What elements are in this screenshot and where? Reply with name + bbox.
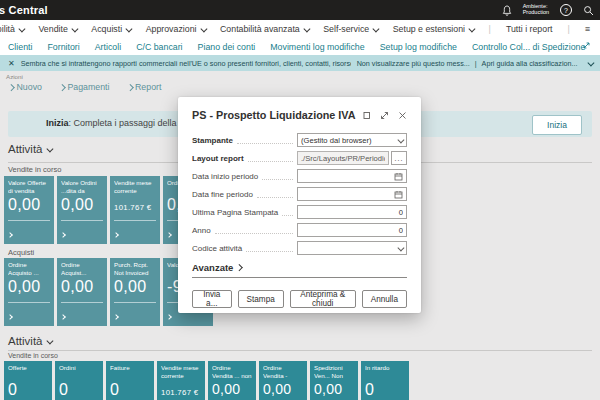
ultima-pagina-input[interactable]: 0 — [297, 205, 407, 219]
chevron-right-icon — [113, 314, 119, 320]
activities-heading[interactable]: Attività — [8, 143, 51, 155]
menu-tutti-i-report[interactable]: Tutti i report — [506, 24, 553, 34]
tile-footer — [8, 220, 50, 241]
sub-navigation: Clienti Fornitori Articoli C/C bancari P… — [0, 38, 600, 55]
anteprima-chiudi-button[interactable]: Anteprima & chiudi — [290, 290, 356, 308]
page: s Central Ambiente: Production ? Contabi… — [0, 0, 600, 400]
notifications-bell-icon[interactable] — [502, 5, 512, 16]
field-data-inizio: Data inizio periodo — [192, 169, 407, 183]
nav-piano-dei-conti[interactable]: Piano dei conti — [198, 42, 256, 52]
action-nuovo[interactable]: Nuovo — [9, 82, 42, 92]
stampa-button[interactable]: Stampa — [238, 290, 284, 308]
tile-footer — [114, 302, 156, 323]
expand-diagonal-icon[interactable] — [582, 41, 591, 50]
chevron-right-icon — [8, 84, 14, 90]
action-pagamenti[interactable]: Pagamenti — [60, 82, 110, 92]
cue-tile[interactable]: In ritardo 0 — [361, 361, 409, 400]
cue-tile[interactable]: Ordine Acquisto ... non fatturato 0,00 — [4, 258, 54, 326]
notification-guide-link[interactable]: Apri guida alla classificazion... — [482, 59, 578, 68]
app-title[interactable]: s Central — [0, 4, 48, 16]
chevron-right-icon — [7, 314, 13, 320]
chevron-down-icon — [373, 25, 379, 31]
cue-tile[interactable]: Valore Ordini ...dita da spedire 0,00 — [57, 176, 107, 244]
menu-self-service[interactable]: Self-service — [323, 24, 377, 34]
dotted-leader — [246, 251, 293, 252]
menu-vendite[interactable]: Vendite — [38, 24, 76, 34]
cue-tile[interactable]: Ordini 0 — [55, 361, 103, 400]
chevron-down-icon — [46, 145, 52, 151]
assist-edit-button[interactable]: ... — [391, 151, 407, 165]
field-data-fine: Data fine periodo — [192, 187, 407, 201]
cue-tile[interactable]: Offerte 0 — [4, 361, 52, 400]
tile-row-bottom: Offerte 0 Ordini 0 Fatture 0 Vendite mes… — [4, 361, 409, 400]
stampante-select[interactable]: (Gestito dal browser) — [297, 133, 407, 147]
dismiss-icon[interactable]: ✕ — [8, 59, 15, 68]
chevron-right-icon — [236, 264, 242, 270]
cue-tile[interactable]: Fatture 0 — [106, 361, 154, 400]
chevron-right-icon — [7, 232, 13, 238]
data-inizio-input[interactable] — [297, 169, 407, 183]
chevron-right-icon — [166, 314, 172, 320]
action-report[interactable]: Report — [128, 82, 162, 92]
invia-a-button[interactable]: Invia a... — [192, 290, 232, 308]
nav-cc-bancari[interactable]: C/C bancari — [136, 42, 182, 52]
chevron-down-icon — [126, 25, 132, 31]
cue-tile[interactable]: Ordine Vendita ... non fatturato 0,00 — [208, 361, 256, 400]
notification-dismiss-link[interactable]: Non visualizzare più questo mess... — [357, 59, 470, 68]
help-icon[interactable]: ? — [560, 4, 572, 16]
menu-setup-estensioni[interactable]: Setup e estensioni — [393, 24, 474, 34]
nav-clienti[interactable]: Clienti — [8, 42, 32, 52]
nav-setup-log[interactable]: Setup log modifiche — [380, 42, 457, 52]
hamburger-icon[interactable]: ≡ — [585, 24, 590, 34]
cue-tile[interactable]: Vendite mese corrente 101.767 € — [157, 361, 205, 400]
resize-icon[interactable] — [380, 111, 389, 120]
inizia-button[interactable]: Inizia — [532, 115, 582, 135]
nav-movimenti-log[interactable]: Movimenti log modifiche — [270, 42, 364, 52]
calendar-icon[interactable] — [394, 190, 403, 199]
section-divider — [8, 350, 592, 351]
calendar-icon[interactable] — [394, 172, 403, 181]
nav-articoli[interactable]: Articoli — [95, 42, 121, 52]
layout-report-input[interactable]: ./Src/Layouts/PR/PeriodicVATLiquidity.rd… — [297, 151, 389, 165]
data-fine-input[interactable] — [297, 187, 407, 201]
cue-tile[interactable]: Ordine Vendita - inevaso 0,00 — [259, 361, 307, 400]
chevron-right-icon — [127, 84, 133, 90]
nav-controllo-spedizione[interactable]: Controllo Col... di Spedizione — [472, 42, 585, 52]
annulla-button[interactable]: Annulla — [362, 290, 407, 308]
cue-tile[interactable]: Spedizioni Ven... Non fatturate 0,00 — [310, 361, 358, 400]
environment-badge[interactable]: Ambiente: Production — [523, 4, 549, 16]
top-app-bar: s Central Ambiente: Production ? — [0, 0, 600, 20]
dotted-leader — [262, 179, 293, 180]
menu-acquisti[interactable]: Acquisti — [91, 24, 130, 34]
chevron-down-icon — [19, 25, 25, 31]
chevron-down-icon — [303, 25, 309, 31]
menu-separator: | — [568, 24, 570, 34]
activities-heading-bottom[interactable]: Attività — [8, 335, 51, 347]
field-anno: Anno 0 — [192, 223, 407, 237]
environment-value: Production — [523, 10, 549, 16]
cue-tile[interactable]: Purch. Rcpt. Not Invoiced 0,00 — [110, 258, 160, 326]
chevron-right-icon — [60, 314, 66, 320]
topbar-actions: Ambiente: Production ? — [502, 0, 594, 20]
link-separator: | — [475, 59, 477, 68]
codice-attivita-select[interactable] — [297, 241, 407, 255]
chevron-down-icon[interactable] — [587, 59, 593, 65]
cue-tile[interactable]: Ordine Acquist... inevaso 0,00 — [57, 258, 107, 326]
chevron-down-icon — [397, 136, 403, 142]
chevron-down-icon — [397, 244, 403, 250]
popout-icon[interactable] — [363, 111, 371, 120]
dotted-leader — [257, 197, 293, 198]
field-ultima-pagina: Ultima Pagina Stampata 0 — [192, 205, 407, 219]
anno-input[interactable]: 0 — [297, 223, 407, 237]
close-icon[interactable] — [398, 111, 407, 120]
search-icon[interactable] — [583, 5, 594, 16]
avanzate-expander[interactable]: Avanzate — [192, 262, 407, 273]
field-stampante: Stampante (Gestito dal browser) — [192, 133, 407, 147]
menu-approvazioni[interactable]: Approvazioni — [146, 24, 205, 34]
nav-fornitori[interactable]: Fornitori — [47, 42, 79, 52]
cue-tile[interactable]: Vendite mese corrente 101.767 € — [110, 176, 160, 244]
menu-contabilita-avanzata[interactable]: Contabilità avanzata — [220, 24, 308, 34]
cue-tile[interactable]: Valore Offerte di vendita 0,00 — [4, 176, 54, 244]
report-request-dialog: PS - Prospetto Liquidazione IVA Stampant… — [178, 97, 421, 313]
menu-contabilita[interactable]: Contabilità — [0, 24, 23, 34]
